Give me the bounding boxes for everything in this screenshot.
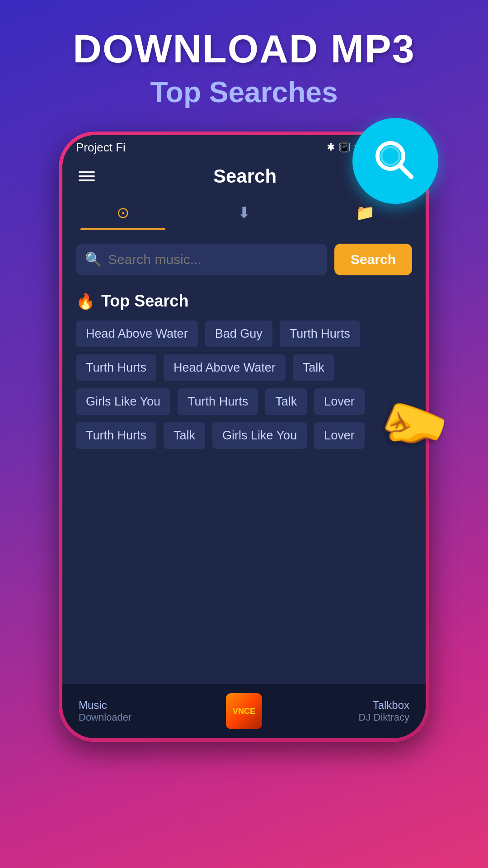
page-wrapper: DOWNLOAD MP3 Top Searches 🤜 Project Fi ✱ — [0, 0, 488, 868]
menu-button[interactable] — [79, 171, 95, 181]
tag-talk-1[interactable]: Talk — [293, 354, 334, 381]
app-title: Search — [213, 165, 277, 187]
search-tab-icon: ⊙ — [117, 203, 129, 222]
tab-downloads[interactable]: ⬇ — [183, 195, 305, 230]
main-title: DOWNLOAD MP3 — [18, 27, 470, 71]
tag-girls-like-you-1[interactable]: Girls Like You — [76, 388, 170, 415]
tag-girls-like-you-2[interactable]: Girls Like You — [212, 422, 307, 449]
tag-lover-1[interactable]: Lover — [314, 388, 365, 415]
album-thumb[interactable]: VNCE — [226, 693, 262, 729]
vibrate-icon: 📳 — [338, 142, 351, 153]
search-input[interactable] — [108, 244, 318, 275]
tag-bad-guy[interactable]: Bad Guy — [205, 321, 272, 347]
tag-talk-3[interactable]: Talk — [164, 422, 205, 449]
bottom-bar: Music Downloader VNCE Talkbox DJ Diktrac… — [62, 684, 426, 738]
search-circle — [352, 118, 438, 204]
tag-head-above-water-1[interactable]: Head Above Water — [76, 321, 198, 347]
folder-tab-icon: 📁 — [356, 203, 375, 222]
search-button[interactable]: Search — [334, 244, 412, 275]
bottom-bar-left-title: Music — [79, 699, 217, 712]
subtitle: Top Searches — [18, 75, 470, 109]
tag-turth-hurts-4[interactable]: Turth Hurts — [76, 422, 156, 449]
download-tab-icon: ⬇ — [238, 203, 250, 222]
thumb-label: VNCE — [233, 707, 255, 715]
content-area: 🔍 Search 🔥 Top Search — [62, 230, 426, 684]
bluetooth-icon: ✱ — [327, 142, 335, 153]
bottom-bar-right-title: Talkbox — [271, 699, 409, 712]
tag-talk-2[interactable]: Talk — [265, 388, 307, 415]
phone-screen: Project Fi ✱ 📳 ▾ ▲ 🔋 59% — [62, 135, 426, 738]
tag-lover-2[interactable]: Lover — [314, 422, 365, 449]
top-search-section: 🔥 Top Search Head Above Water Bad Guy Tu… — [76, 292, 412, 449]
bottom-bar-left-subtitle: Downloader — [79, 712, 217, 723]
tab-bar: ⊙ ⬇ 📁 — [62, 195, 426, 230]
bottom-bar-left: Music Downloader — [79, 699, 217, 723]
tag-turth-hurts-3[interactable]: Turth Hurts — [178, 388, 258, 415]
tags-container: Head Above Water Bad Guy Turth Hurts Tur… — [76, 321, 412, 449]
search-bar-row: 🔍 Search — [76, 244, 412, 275]
phone-wrapper: 🤜 Project Fi ✱ 📳 ▾ ▲ 🔋 59% — [59, 132, 429, 742]
carrier-label: Project Fi — [76, 141, 126, 155]
top-search-header: 🔥 Top Search — [76, 292, 412, 311]
tag-head-above-water-2[interactable]: Head Above Water — [164, 354, 286, 381]
search-input-wrapper: 🔍 — [76, 244, 327, 275]
tag-turth-hurts-1[interactable]: Turth Hurts — [280, 321, 360, 347]
tag-turth-hurts-2[interactable]: Turth Hurts — [76, 354, 156, 381]
top-search-label: Top Search — [101, 292, 188, 311]
svg-point-1 — [381, 147, 399, 165]
bottom-bar-right: Talkbox DJ Diktracy — [271, 699, 409, 723]
search-input-icon: 🔍 — [85, 251, 102, 267]
header-section: DOWNLOAD MP3 Top Searches — [0, 0, 488, 123]
fire-icon: 🔥 — [76, 292, 95, 310]
bottom-bar-right-subtitle: DJ Diktracy — [271, 712, 409, 723]
tab-search[interactable]: ⊙ — [62, 195, 183, 230]
svg-line-2 — [400, 165, 411, 177]
